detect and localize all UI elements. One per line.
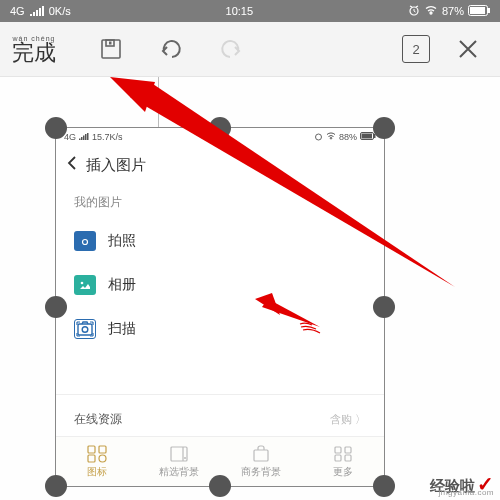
svg-rect-27: [345, 455, 351, 461]
back-icon[interactable]: [66, 155, 78, 176]
handle-right-mid[interactable]: [373, 296, 395, 318]
svg-rect-24: [335, 447, 341, 453]
online-resources-row[interactable]: 在线资源 含购 〉: [56, 403, 384, 436]
battery-icon: [468, 5, 490, 18]
signal-icon: [30, 6, 44, 16]
close-icon[interactable]: [448, 29, 488, 69]
network-type: 4G: [10, 5, 25, 17]
status-time: 10:15: [71, 5, 408, 17]
editor-toolbar: wán chéng 完成 2: [0, 22, 500, 77]
page-indicator[interactable]: 2: [402, 35, 430, 63]
menu-item-camera[interactable]: 拍照: [74, 219, 366, 263]
svg-rect-13: [78, 279, 92, 291]
battery-percent: 87%: [442, 5, 464, 17]
guide-line-v: [158, 77, 159, 127]
svg-marker-29: [110, 77, 155, 112]
inner-title: 插入图片: [86, 156, 146, 175]
outer-status-bar: 4G 0K/s 10:15 87%: [0, 0, 500, 22]
handle-top-mid[interactable]: [209, 117, 231, 139]
svg-point-14: [81, 282, 84, 285]
svg-rect-2: [470, 7, 485, 14]
tab-featured-bg[interactable]: 精选背景: [138, 437, 220, 486]
undo-icon[interactable]: [151, 29, 191, 69]
svg-point-7: [315, 134, 321, 140]
svg-point-16: [82, 327, 88, 333]
svg-rect-3: [488, 8, 490, 13]
svg-rect-15: [78, 324, 92, 335]
save-icon[interactable]: [91, 29, 131, 69]
watermark: 经验啦 ✓ jingyanla.com: [430, 472, 494, 496]
wifi-icon: [326, 132, 336, 142]
handle-bottom-mid[interactable]: [209, 475, 231, 497]
svg-rect-25: [345, 447, 351, 453]
redo-icon[interactable]: [211, 29, 251, 69]
svg-rect-18: [99, 446, 106, 453]
tab-icon[interactable]: 图标: [56, 437, 138, 486]
camera-icon: [74, 231, 96, 251]
handle-top-left[interactable]: [45, 117, 67, 139]
alarm-icon: [314, 132, 323, 143]
gallery-icon: [74, 275, 96, 295]
menu-item-gallery[interactable]: 相册: [74, 263, 366, 307]
selection-box[interactable]: 4G 15.7K/s 10:13 88% 插入图片: [55, 127, 385, 487]
network-speed: 0K/s: [49, 5, 71, 17]
handle-bottom-right[interactable]: [373, 475, 395, 497]
svg-rect-23: [254, 450, 268, 461]
handle-bottom-left[interactable]: [45, 475, 67, 497]
scan-icon: [74, 319, 96, 339]
done-button[interactable]: wán chéng 完成: [12, 35, 56, 64]
handle-top-right[interactable]: [373, 117, 395, 139]
alarm-icon: [408, 4, 420, 18]
inner-header: 插入图片: [56, 146, 384, 184]
section-my-pictures: 我的图片: [56, 184, 384, 219]
wifi-icon: [424, 5, 438, 17]
handle-left-mid[interactable]: [45, 296, 67, 318]
svg-rect-6: [109, 42, 112, 45]
svg-rect-9: [362, 134, 373, 139]
svg-point-20: [99, 455, 106, 462]
svg-rect-17: [88, 446, 95, 453]
signal-icon: [79, 132, 89, 142]
canvas-area[interactable]: 4G 15.7K/s 10:13 88% 插入图片: [0, 77, 500, 500]
svg-rect-26: [335, 455, 341, 461]
inner-screenshot: 4G 15.7K/s 10:13 88% 插入图片: [56, 128, 384, 486]
svg-point-22: [184, 457, 186, 459]
menu-item-scan[interactable]: 扫描: [74, 307, 366, 351]
tab-more[interactable]: 更多: [302, 437, 384, 486]
tab-business-bg[interactable]: 商务背景: [220, 437, 302, 486]
svg-rect-19: [88, 455, 95, 462]
